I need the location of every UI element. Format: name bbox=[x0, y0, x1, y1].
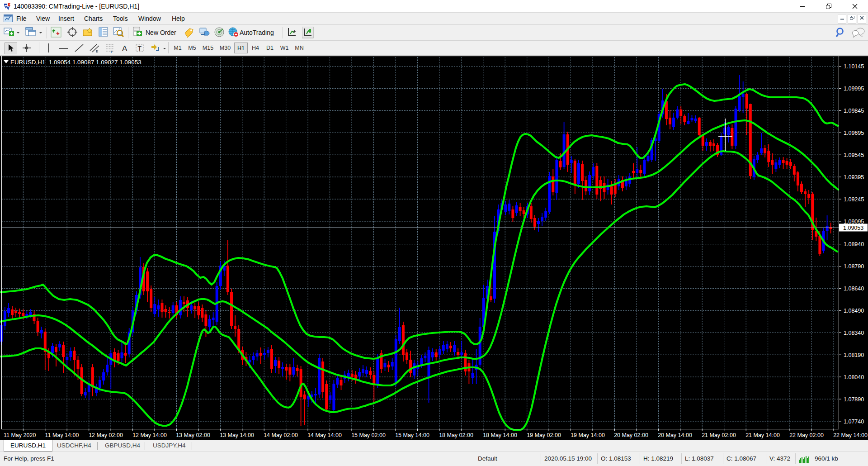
svg-text:1.08640: 1.08640 bbox=[844, 285, 864, 292]
svg-text:1.07740: 1.07740 bbox=[844, 418, 864, 425]
svg-text:11 May 2020: 11 May 2020 bbox=[4, 432, 36, 438]
svg-text:1.09395: 1.09395 bbox=[844, 174, 864, 181]
svg-text:18 May 14:00: 18 May 14:00 bbox=[483, 432, 517, 438]
svg-text:15 May 02:00: 15 May 02:00 bbox=[351, 432, 386, 438]
svg-text:1.09995: 1.09995 bbox=[844, 86, 864, 92]
svg-text:11 May 14:00: 11 May 14:00 bbox=[45, 432, 79, 438]
svg-text:1.09845: 1.09845 bbox=[844, 108, 864, 114]
svg-text:18 May 02:00: 18 May 02:00 bbox=[439, 432, 473, 438]
svg-text:12 May 02:00: 12 May 02:00 bbox=[89, 432, 123, 438]
svg-text:22 May 02:00: 22 May 02:00 bbox=[789, 432, 824, 438]
svg-text:1.09545: 1.09545 bbox=[844, 152, 864, 158]
svg-text:1.09053: 1.09053 bbox=[843, 225, 863, 231]
svg-text:1.09695: 1.09695 bbox=[844, 130, 864, 136]
svg-text:1.10145: 1.10145 bbox=[844, 63, 864, 70]
svg-text:22 May 14:00: 22 May 14:00 bbox=[833, 432, 868, 438]
svg-text:F: F bbox=[111, 50, 113, 53]
svg-text:1.08190: 1.08190 bbox=[844, 352, 864, 358]
svg-text:21 May 02:00: 21 May 02:00 bbox=[702, 432, 736, 438]
svg-text:13 May 02:00: 13 May 02:00 bbox=[176, 432, 210, 438]
svg-text:1.08340: 1.08340 bbox=[844, 330, 864, 336]
svg-text:1.08040: 1.08040 bbox=[844, 374, 864, 380]
svg-text:19 May 14:00: 19 May 14:00 bbox=[571, 432, 605, 438]
svg-text:19 May 02:00: 19 May 02:00 bbox=[527, 432, 561, 438]
svg-text:15 May 14:00: 15 May 14:00 bbox=[395, 432, 429, 438]
svg-text:20 May 14:00: 20 May 14:00 bbox=[658, 432, 692, 438]
svg-text:1.08790: 1.08790 bbox=[844, 263, 864, 270]
svg-text:13 May 14:00: 13 May 14:00 bbox=[220, 432, 254, 438]
svg-text:EURUSD,H1 1.09054 1.09087 1.0: EURUSD,H1 1.09054 1.09087 1.09027 1.0905… bbox=[10, 59, 142, 66]
svg-text:1.07890: 1.07890 bbox=[844, 396, 864, 403]
svg-text:20 May 02:00: 20 May 02:00 bbox=[614, 432, 648, 438]
svg-text:21 May 14:00: 21 May 14:00 bbox=[745, 432, 780, 438]
svg-text:1.09095: 1.09095 bbox=[844, 219, 864, 225]
svg-text:E: E bbox=[96, 49, 98, 53]
svg-text:1.08940: 1.08940 bbox=[844, 241, 864, 247]
svg-text:14 May 14:00: 14 May 14:00 bbox=[307, 432, 342, 438]
svg-text:1.08490: 1.08490 bbox=[844, 308, 864, 314]
svg-text:T: T bbox=[138, 45, 142, 52]
svg-text:1.09245: 1.09245 bbox=[844, 196, 864, 203]
svg-text:12 May 14:00: 12 May 14:00 bbox=[132, 432, 167, 438]
svg-text:A: A bbox=[122, 44, 127, 53]
svg-text:14 May 02:00: 14 May 02:00 bbox=[264, 432, 298, 438]
